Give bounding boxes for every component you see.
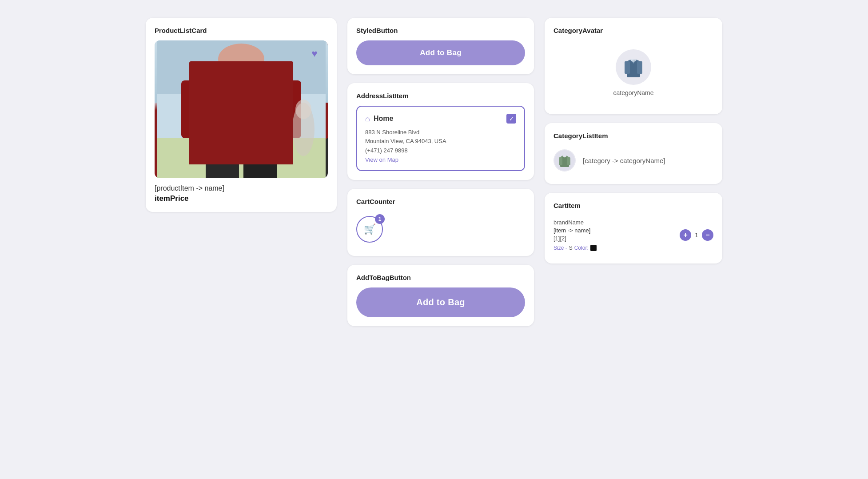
cart-counter-title: CartCounter bbox=[356, 198, 525, 205]
svg-rect-9 bbox=[206, 154, 239, 178]
category-avatar-card: CategoryAvatar categoryName bbox=[545, 18, 722, 114]
svg-rect-7 bbox=[181, 80, 208, 138]
svg-rect-18 bbox=[637, 61, 642, 74]
svg-text:Tealer: Tealer bbox=[229, 107, 254, 118]
category-list-name: [category -> categoryName] bbox=[583, 157, 665, 164]
cart-icon: 🛒 bbox=[364, 224, 376, 235]
styled-button[interactable]: Add to Bag bbox=[356, 40, 525, 65]
add-to-bag-button-title: AddToBagButton bbox=[356, 274, 525, 281]
address-item[interactable]: ⌂ Home ✓ 883 N Shoreline Blvd Mountain V… bbox=[356, 106, 525, 171]
svg-rect-25 bbox=[559, 157, 562, 165]
view-on-map-link[interactable]: View on Map bbox=[365, 156, 516, 163]
product-image-wrapper: Tealer ♥ bbox=[155, 40, 328, 178]
color-label: Color: bbox=[574, 245, 589, 251]
qty-decrease-button[interactable]: − bbox=[702, 229, 713, 241]
category-list-item-title: CategoryListItem bbox=[553, 132, 713, 140]
heart-icon: ♥ bbox=[311, 48, 317, 60]
size-label: Size - bbox=[553, 245, 567, 251]
cart-counter-inner: 🛒 1 bbox=[356, 212, 525, 247]
address-list-item-title: AddressListItem bbox=[356, 92, 525, 100]
category-list-item-card: CategoryListItem [category -> categoryNa… bbox=[545, 123, 722, 184]
address-phone: (+471) 247 9898 bbox=[365, 147, 516, 154]
add-to-bag-button-card: AddToBagButton Add to Bag bbox=[347, 265, 534, 326]
svg-point-6 bbox=[218, 44, 264, 75]
address-street: 883 N Shoreline Blvd bbox=[365, 128, 516, 137]
color-swatch bbox=[590, 245, 597, 251]
home-icon: ⌂ bbox=[365, 114, 370, 124]
address-header: ⌂ Home ✓ bbox=[365, 114, 516, 124]
heart-button[interactable]: ♥ bbox=[307, 46, 323, 62]
svg-rect-26 bbox=[567, 157, 570, 165]
product-price: itemPrice bbox=[155, 194, 328, 203]
cart-badge: 1 bbox=[375, 214, 385, 224]
svg-point-12 bbox=[295, 100, 311, 119]
svg-rect-10 bbox=[243, 154, 277, 178]
product-list-card: ProductListCard Tealer bbox=[146, 18, 337, 212]
cart-item-title: CartItem bbox=[553, 202, 713, 209]
qty-increase-button[interactable]: + bbox=[680, 229, 691, 241]
cart-item: brandName [item -> name] [1][2] Size - S… bbox=[553, 216, 713, 255]
cart-brand-name: brandName bbox=[553, 219, 597, 226]
cart-item-meta: Size - S Color: bbox=[553, 245, 597, 251]
styled-button-card: StyledButton Add to Bag bbox=[347, 18, 534, 74]
category-name: categoryName bbox=[613, 89, 653, 96]
product-name: [productItem -> name] bbox=[155, 184, 328, 192]
category-list-item[interactable]: [category -> categoryName] bbox=[553, 146, 713, 175]
address-city: Mountain View, CA 94043, USA bbox=[365, 137, 516, 146]
cart-counter-button[interactable]: 🛒 1 bbox=[356, 216, 383, 243]
address-list-item-card: AddressListItem ⌂ Home ✓ 883 N Shoreline… bbox=[347, 83, 534, 180]
address-title-row: ⌂ Home bbox=[365, 114, 393, 124]
category-avatar-inner: categoryName bbox=[553, 40, 713, 105]
cart-item-card: CartItem brandName [item -> name] [1][2]… bbox=[545, 193, 722, 263]
category-small-avatar bbox=[553, 149, 576, 172]
check-icon: ✓ bbox=[506, 114, 516, 124]
cart-item-variant: [1][2] bbox=[553, 235, 597, 242]
product-image: Tealer bbox=[155, 40, 328, 178]
add-to-bag-button[interactable]: Add to Bag bbox=[356, 287, 525, 317]
svg-rect-3 bbox=[206, 67, 277, 156]
svg-rect-17 bbox=[625, 61, 630, 74]
address-label: Home bbox=[374, 115, 393, 123]
qty-value: 1 bbox=[695, 232, 698, 239]
size-value: S bbox=[569, 245, 573, 251]
cart-item-info: brandName [item -> name] [1][2] Size - S… bbox=[553, 219, 597, 251]
cart-counter-card: CartCounter 🛒 1 bbox=[347, 189, 534, 256]
quantity-controls: + 1 − bbox=[680, 229, 713, 241]
category-avatar-title: CategoryAvatar bbox=[553, 27, 713, 34]
styled-button-title: StyledButton bbox=[356, 27, 525, 34]
cart-item-name: [item -> name] bbox=[553, 227, 597, 234]
category-avatar-image bbox=[616, 49, 651, 85]
product-list-card-title: ProductListCard bbox=[155, 27, 328, 34]
svg-rect-5 bbox=[230, 60, 252, 78]
